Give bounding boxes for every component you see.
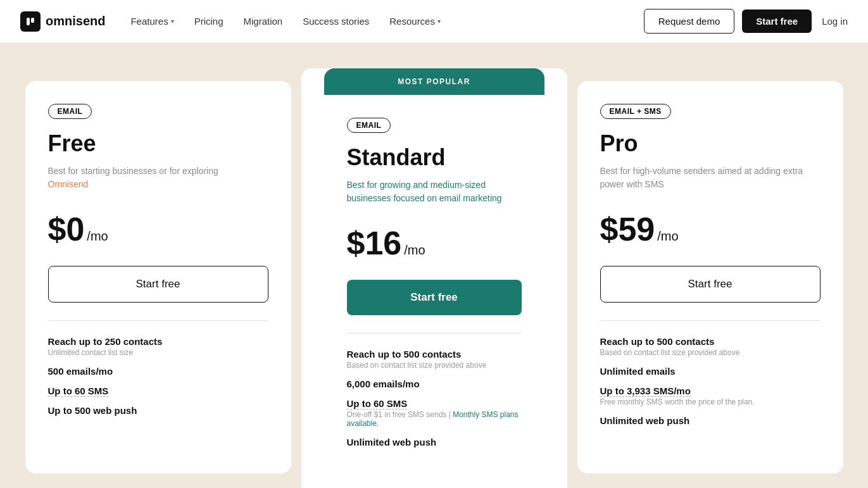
plan-name-pro: Pro	[600, 130, 821, 157]
plan-price-pro: $59/mo	[600, 210, 821, 248]
feature-sms-pro: Up to 3,933 SMS/mo Free monthly SMS wort…	[600, 385, 821, 406]
nav-item-migration[interactable]: Migration	[244, 16, 283, 27]
divider	[48, 320, 268, 321]
chevron-down-icon: ▾	[171, 18, 174, 25]
start-free-nav-button[interactable]: Start free	[742, 9, 812, 33]
plan-description-standard: Best for growing and medium-sized busine…	[347, 178, 522, 209]
feature-sms-free: Up to 60 SMS	[48, 385, 268, 396]
feature-sms-standard: Up to 60 SMS One-off $1 in free SMS send…	[347, 398, 522, 428]
feature-contacts-standard: Reach up to 500 contacts Based on contac…	[347, 349, 522, 370]
most-popular-banner: MOST POPULAR	[324, 68, 544, 95]
nav-links: Features ▾ Pricing Migration Success sto…	[130, 16, 643, 27]
plan-description-link-free[interactable]: Omnisend	[48, 179, 89, 189]
divider-standard	[347, 333, 522, 334]
plan-name-standard: Standard	[347, 144, 522, 171]
nav-item-success-stories[interactable]: Success stories	[303, 16, 369, 27]
plan-name-free: Free	[48, 130, 268, 157]
feature-emails-standard: 6,000 emails/mo	[347, 379, 522, 389]
plan-card-pro: EMAIL + SMS Pro Best for high-volume sen…	[577, 81, 843, 473]
feature-contacts-pro: Reach up to 500 contacts Based on contac…	[600, 336, 821, 357]
nav-item-resources[interactable]: Resources ▾	[389, 16, 441, 27]
feature-contacts-free: Reach up to 250 contacts Unlimited conta…	[48, 336, 268, 357]
plan-card-standard: MOST POPULAR EMAIL Standard Best for gro…	[301, 68, 567, 488]
feature-webpush-standard: Unlimited web push	[347, 437, 522, 447]
nav-actions: Request demo Start free Log in	[644, 9, 848, 34]
logo-text: omnisend	[46, 14, 105, 28]
start-free-button-free[interactable]: Start free	[48, 266, 268, 303]
nav-item-pricing[interactable]: Pricing	[194, 16, 223, 27]
feature-webpush-free: Up to 500 web push	[48, 405, 268, 416]
standard-content: EMAIL Standard Best for growing and medi…	[324, 95, 544, 479]
logo-icon	[20, 11, 41, 32]
pricing-section: EMAIL Free Best for starting businesses …	[0, 43, 868, 488]
plan-card-free: EMAIL Free Best for starting businesses …	[25, 81, 291, 473]
svg-rect-0	[24, 15, 37, 28]
feature-emails-free: 500 emails/mo	[48, 366, 268, 377]
feature-emails-pro: Unlimited emails	[600, 366, 821, 377]
plan-description-pro: Best for high-volume senders aimed at ad…	[600, 165, 821, 195]
svg-rect-2	[31, 18, 34, 23]
feature-webpush-pro: Unlimited web push	[600, 415, 821, 426]
login-link[interactable]: Log in	[822, 16, 848, 27]
plan-price-standard: $16/mo	[347, 224, 522, 262]
plan-badge-pro: EMAIL + SMS	[600, 104, 671, 119]
start-free-button-standard[interactable]: Start free	[347, 280, 522, 315]
plan-badge-free: EMAIL	[48, 104, 92, 119]
start-free-button-pro[interactable]: Start free	[600, 266, 821, 303]
request-demo-button[interactable]: Request demo	[644, 9, 735, 34]
plan-description-free: Best for starting businesses or for expl…	[48, 165, 268, 195]
nav-item-features[interactable]: Features ▾	[130, 16, 173, 27]
divider-pro	[600, 320, 821, 321]
plan-price-free: $0/mo	[48, 210, 268, 248]
svg-rect-1	[27, 18, 30, 25]
sms-subtitle-standard: One-off $1 in free SMS sends | Monthly S…	[347, 410, 522, 428]
chevron-down-icon: ▾	[437, 18, 441, 25]
navbar: omnisend Features ▾ Pricing Migration Su…	[0, 0, 868, 43]
plan-badge-standard: EMAIL	[347, 118, 391, 133]
logo[interactable]: omnisend	[20, 11, 105, 32]
